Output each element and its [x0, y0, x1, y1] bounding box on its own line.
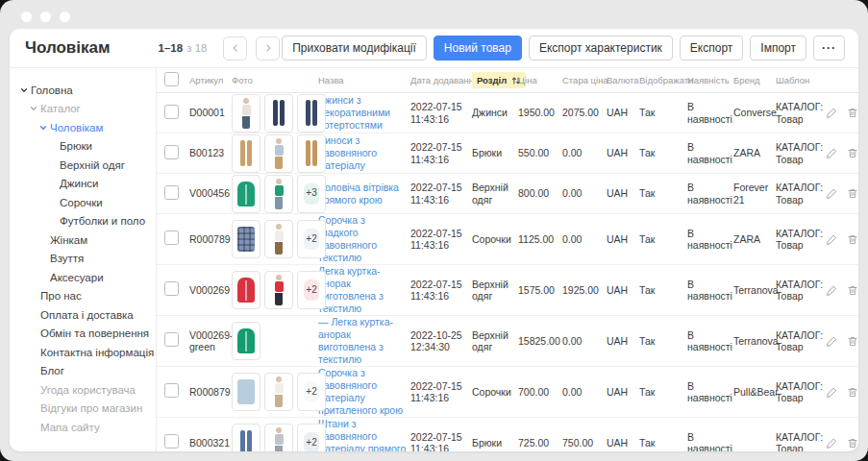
row-checkbox[interactable]: [164, 332, 179, 347]
product-photo[interactable]: [297, 134, 326, 173]
prev-page-button[interactable]: [223, 36, 247, 61]
sidebar-item[interactable]: Обмін та повернення: [10, 325, 156, 344]
product-name-link[interactable]: Чоловіча вітрівка прямого крою: [318, 182, 407, 206]
row-checkbox[interactable]: [164, 185, 179, 200]
edit-button[interactable]: [826, 187, 838, 200]
sidebar-item[interactable]: Верхній одяг: [10, 156, 156, 175]
delete-button[interactable]: [847, 335, 858, 348]
product-photo[interactable]: [232, 271, 260, 309]
edit-button[interactable]: [826, 335, 838, 348]
window-dot-icon: [40, 12, 51, 22]
delete-button[interactable]: [847, 437, 858, 449]
row-checkbox[interactable]: [164, 383, 179, 398]
product-photo[interactable]: [264, 134, 293, 173]
product-photo[interactable]: [232, 175, 260, 213]
product-name-link[interactable]: Легка куртка-анорак виготовлена з тексти…: [318, 265, 407, 315]
row-checkbox[interactable]: [164, 230, 179, 245]
edit-button[interactable]: [826, 107, 838, 119]
product-photo[interactable]: [232, 134, 260, 173]
col-name[interactable]: Назва: [318, 75, 410, 85]
sidebar-item[interactable]: Жінкам: [10, 230, 156, 250]
product-photo[interactable]: +2: [297, 220, 326, 258]
col-price[interactable]: Ціна: [518, 75, 562, 85]
col-old-price[interactable]: Стара ціна: [562, 75, 607, 85]
sidebar-item[interactable]: Контактна інформація: [10, 343, 156, 362]
sidebar-item[interactable]: Блог: [10, 362, 156, 381]
sidebar-item[interactable]: Аксесуари: [10, 268, 156, 287]
product-photo[interactable]: +3: [297, 175, 326, 213]
product-photo[interactable]: [264, 175, 293, 213]
product-photo[interactable]: [264, 373, 293, 411]
brand-cell: Terranova: [733, 284, 776, 297]
product-photo[interactable]: [297, 94, 326, 133]
delete-button[interactable]: [847, 187, 858, 200]
col-article[interactable]: Артикул: [189, 75, 232, 85]
table-row: D00001Джинси з декоративними потертостям…: [157, 93, 858, 133]
product-name-link[interactable]: Сорочка з бавовняного матеріалу притален…: [318, 367, 407, 417]
col-availability[interactable]: Наявність: [687, 75, 733, 85]
sidebar-item[interactable]: Чоловікам: [10, 118, 156, 137]
product-photo[interactable]: +2: [297, 373, 326, 411]
sidebar-item-label: Джинси: [60, 178, 98, 189]
sidebar-item[interactable]: Оплата і доставка: [10, 305, 156, 325]
next-page-button[interactable]: [256, 36, 280, 61]
product-photo[interactable]: +2: [297, 424, 326, 451]
product-photo[interactable]: [232, 424, 260, 451]
product-photo[interactable]: [264, 220, 293, 258]
product-name-link[interactable]: Джинси з декоративними потертостями: [318, 94, 407, 132]
sidebar-item[interactable]: Мапа сайту: [10, 418, 156, 437]
col-brand[interactable]: Бренд: [733, 75, 776, 85]
product-name-link[interactable]: — Легка куртка-анорак виготовлена з текс…: [318, 316, 407, 366]
sidebar-item[interactable]: Взуття: [10, 250, 156, 269]
edit-button[interactable]: [826, 386, 838, 399]
template-cell: КАТАЛОГ: Товар: [776, 141, 826, 165]
product-photo[interactable]: [232, 220, 260, 258]
edit-button[interactable]: [826, 284, 838, 297]
col-date[interactable]: Дата додавання: [410, 75, 472, 85]
new-product-button[interactable]: Новий товар: [434, 36, 522, 61]
delete-button[interactable]: [847, 233, 858, 246]
sidebar-item[interactable]: Футболки и поло: [10, 212, 156, 231]
more-actions-button[interactable]: ···: [813, 36, 845, 61]
sidebar-item[interactable]: Сорочки: [10, 193, 156, 212]
edit-icon: [826, 187, 838, 200]
product-photo[interactable]: [232, 373, 260, 411]
col-template[interactable]: Шаблон: [776, 75, 826, 85]
product-photo[interactable]: [264, 424, 293, 451]
row-checkbox[interactable]: [164, 434, 179, 449]
delete-button[interactable]: [847, 386, 858, 399]
delete-button[interactable]: [847, 107, 858, 119]
sidebar-item[interactable]: Каталог: [10, 100, 156, 119]
import-button[interactable]: Імпорт: [750, 36, 806, 61]
sidebar-item[interactable]: Джинси: [10, 175, 156, 194]
sidebar-item[interactable]: Брюки: [10, 137, 156, 157]
sidebar-item[interactable]: Про нас: [10, 287, 156, 306]
row-checkbox[interactable]: [164, 281, 179, 296]
hide-modifications-button[interactable]: Приховати модифікації: [282, 36, 427, 61]
delete-button[interactable]: [847, 147, 858, 159]
product-photo[interactable]: [232, 94, 260, 133]
export-button[interactable]: Експорт: [680, 36, 743, 61]
col-display[interactable]: Відображати: [639, 75, 687, 85]
product-name-link[interactable]: Штани з бавовняного матеріалу прямого кр…: [318, 418, 407, 451]
product-photo[interactable]: [264, 271, 293, 309]
row-checkbox[interactable]: [164, 105, 179, 119]
delete-button[interactable]: [847, 284, 858, 297]
product-name-link[interactable]: Сорочка з гладкого бавовняного текстилю: [318, 214, 407, 264]
section-cell: Брюки: [472, 147, 518, 159]
product-photo[interactable]: [232, 322, 260, 360]
col-currency[interactable]: Валюта: [607, 75, 639, 85]
sidebar-item[interactable]: Головна: [10, 81, 156, 100]
table-row: V000456+3Чоловіча вітрівка прямого крою2…: [157, 174, 858, 214]
product-name-link[interactable]: Чиноси з бавовняного матеріалу: [318, 134, 407, 172]
sidebar-item[interactable]: Відгуки про магазин: [10, 400, 156, 419]
edit-button[interactable]: [826, 437, 838, 449]
select-all-checkbox[interactable]: [164, 72, 179, 86]
product-photo[interactable]: +2: [297, 271, 326, 309]
row-checkbox[interactable]: [164, 145, 179, 159]
sidebar-item[interactable]: Угода користувача: [10, 380, 156, 400]
product-photo[interactable]: [264, 94, 293, 133]
edit-button[interactable]: [826, 147, 838, 159]
edit-button[interactable]: [826, 233, 838, 246]
export-characteristics-button[interactable]: Експорт характеристик: [529, 36, 673, 61]
